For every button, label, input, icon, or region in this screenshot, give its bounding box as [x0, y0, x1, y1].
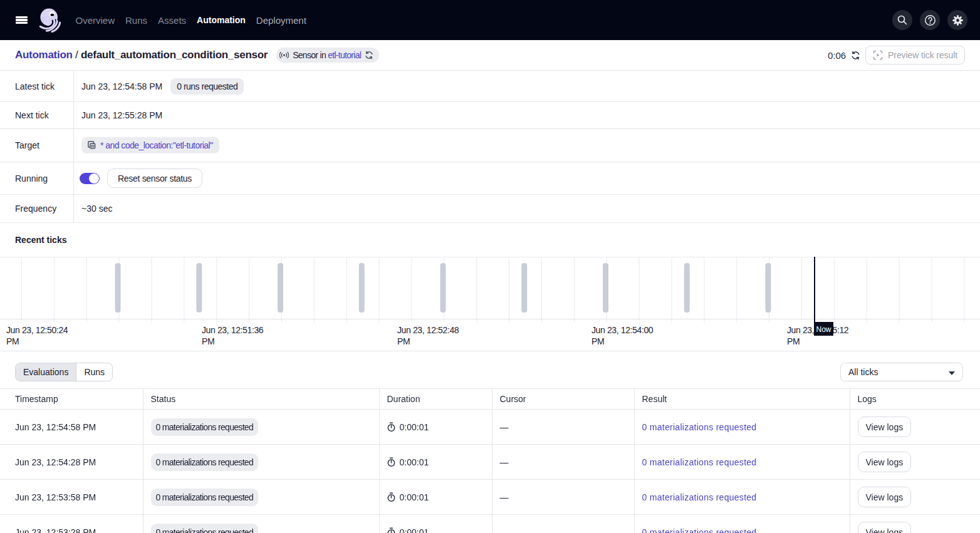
svg-text:PM: PM	[397, 336, 410, 346]
svg-text:PM: PM	[787, 336, 800, 346]
svg-text:Jun 23, 12:54:00: Jun 23, 12:54:00	[592, 325, 654, 335]
svg-text:Jun 23, 12:50:24: Jun 23, 12:50:24	[6, 325, 68, 335]
svg-text:PM: PM	[592, 336, 604, 346]
svg-text:Jun 23, 12:51:36: Jun 23, 12:51:36	[202, 325, 264, 335]
svg-text:Now: Now	[816, 325, 831, 334]
svg-text:PM: PM	[6, 336, 19, 346]
svg-text:PM: PM	[202, 336, 214, 346]
svg-text:Jun 23, 12:52:48: Jun 23, 12:52:48	[397, 325, 459, 335]
